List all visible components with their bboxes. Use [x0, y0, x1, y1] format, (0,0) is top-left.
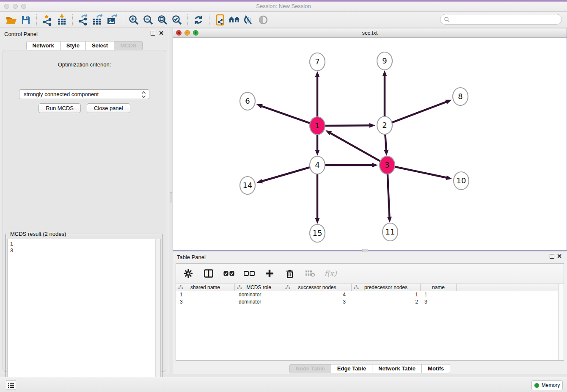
toolbar-separator	[36, 14, 37, 25]
zoom-selected-icon[interactable]	[170, 14, 184, 26]
save-session-icon[interactable]	[19, 14, 33, 26]
show-graphics-icon[interactable]	[256, 14, 270, 26]
cell-shared-name[interactable]: 1	[176, 291, 235, 298]
hide-graphics-icon[interactable]	[242, 14, 256, 26]
refresh-layout-icon[interactable]	[191, 14, 206, 26]
tree-icon	[237, 285, 242, 290]
graph-edge-arrowhead	[315, 150, 320, 156]
tab-edge-table[interactable]: Edge Table	[331, 364, 372, 373]
table-row[interactable]: 1 dominator 4 1 1	[176, 291, 564, 298]
memory-label: Memory	[542, 382, 560, 388]
export-network-icon[interactable]	[76, 14, 91, 26]
memory-status-icon	[534, 383, 539, 388]
cell-mcds-role[interactable]: dominator	[235, 291, 283, 298]
control-panel-header: Control Panel ✕	[0, 28, 169, 40]
tab-node-table[interactable]: Node Table	[289, 364, 331, 373]
toggle-columns-icon[interactable]	[203, 268, 214, 279]
import-network-icon[interactable]	[40, 14, 55, 26]
network-file-icon[interactable]	[213, 14, 227, 26]
graph-edge-1-6[interactable]	[261, 106, 310, 123]
cell-predecessor-nodes[interactable]: 2	[352, 298, 421, 306]
graph-edge-2-8[interactable]	[392, 102, 447, 123]
tab-style[interactable]: Style	[61, 41, 86, 50]
control-panel-tabs: Network Style Select MCDS	[0, 41, 169, 50]
network-window: ✕ − + scc.txt 7968124314101511	[173, 28, 567, 251]
select-all-icon[interactable]	[223, 268, 234, 279]
cell-name[interactable]: 1	[421, 291, 457, 298]
graph-edge-3-11[interactable]	[388, 173, 390, 218]
cell-successor-nodes[interactable]: 3	[283, 298, 352, 306]
graph-edge-arrowhead	[445, 100, 451, 104]
table-panel: Table Panel ✕	[173, 252, 567, 374]
graph-edge-3-1[interactable]	[330, 133, 381, 161]
cell-name[interactable]: 3	[421, 298, 457, 306]
mcds-tab-panel: Optimization criterion: strongly connect…	[3, 50, 166, 372]
graph-edge-4-14[interactable]	[261, 167, 310, 181]
table-settings-icon[interactable]	[183, 268, 194, 279]
window-titlebar: Session: New Session	[0, 0, 567, 12]
export-image-icon[interactable]	[105, 14, 119, 26]
search-field[interactable]	[440, 14, 562, 25]
vertical-splitter[interactable]	[169, 28, 173, 374]
deselect-all-icon[interactable]	[244, 268, 255, 279]
zoom-in-icon[interactable]	[127, 14, 141, 26]
graph-edge-1-2[interactable]	[325, 125, 370, 126]
task-history-button[interactable]	[6, 380, 16, 390]
criterion-dropdown[interactable]: strongly connected component	[19, 89, 149, 99]
table-row[interactable]: 3 dominator 3 2 3	[176, 298, 564, 306]
table-toolbar: f(x)	[176, 264, 564, 284]
add-row-icon[interactable]	[264, 268, 275, 279]
open-session-icon[interactable]	[4, 14, 19, 26]
column-header-successor-nodes[interactable]: successor nodes	[283, 284, 352, 291]
close-panel-icon[interactable]: ✕	[159, 30, 164, 36]
cell-shared-name[interactable]: 3	[176, 298, 235, 306]
tree-icon	[354, 285, 359, 290]
tab-mcds[interactable]: MCDS	[114, 41, 143, 50]
splitter-grip[interactable]	[362, 249, 368, 252]
graph-node-label: 2	[382, 121, 387, 130]
titlebar-accent-strip	[0, 0, 567, 2]
table-scrollbar[interactable]	[558, 284, 564, 360]
column-header-mcds-role[interactable]: MCDS role	[235, 284, 283, 291]
graph-edge-2-3[interactable]	[385, 133, 386, 151]
graph-edge-arrowhead	[372, 163, 378, 168]
column-header-shared-name[interactable]: shared name	[176, 284, 235, 291]
list-icon	[8, 382, 14, 388]
delete-row-icon[interactable]	[284, 268, 295, 279]
graph-node-label: 7	[315, 57, 319, 66]
tab-select[interactable]: Select	[86, 41, 114, 50]
cell-predecessor-nodes[interactable]: 1	[352, 291, 421, 298]
window-title: Session: New Session	[0, 3, 567, 9]
float-panel-icon[interactable]	[151, 31, 155, 36]
splitter-grip[interactable]	[170, 192, 172, 203]
graph-edge-3-10[interactable]	[395, 167, 447, 178]
tab-network-table[interactable]: Network Table	[372, 364, 422, 373]
memory-button[interactable]: Memory	[531, 380, 563, 390]
network-canvas[interactable]: 7968124314101511	[173, 38, 567, 250]
zoom-out-icon[interactable]	[141, 14, 155, 26]
close-panel-button[interactable]: Close panel	[87, 103, 130, 113]
graph-edge-arrowhead	[256, 179, 263, 184]
export-table-icon[interactable]	[91, 14, 105, 26]
column-header-predecessor-nodes[interactable]: predecessor nodes	[352, 284, 421, 291]
mcds-result-list[interactable]: 1 3	[7, 239, 161, 389]
float-panel-icon[interactable]	[550, 254, 554, 259]
column-header-name[interactable]: name	[421, 284, 457, 291]
cell-successor-nodes[interactable]: 4	[283, 291, 352, 298]
tab-motifs[interactable]: Motifs	[422, 364, 450, 373]
tab-network[interactable]: Network	[26, 41, 61, 50]
network-window-titlebar[interactable]: ✕ − + scc.txt	[173, 28, 567, 38]
mcds-result-item: 3	[10, 247, 160, 254]
close-panel-icon[interactable]: ✕	[557, 253, 562, 259]
cell-mcds-role[interactable]: dominator	[235, 298, 283, 306]
table-panel-tabs: Node Table Edge Table Network Table Moti…	[173, 364, 567, 373]
home-icon[interactable]	[227, 14, 242, 26]
import-table-icon[interactable]	[55, 14, 69, 26]
result-scrollbar[interactable]	[155, 239, 160, 389]
zoom-fit-icon[interactable]	[155, 14, 170, 26]
control-panel-title: Control Panel	[4, 31, 38, 37]
graph-edge-arrowhead	[369, 123, 375, 128]
run-mcds-button[interactable]: Run MCDS	[39, 103, 81, 113]
search-input[interactable]	[450, 17, 556, 22]
status-bar: Memory	[0, 377, 567, 392]
